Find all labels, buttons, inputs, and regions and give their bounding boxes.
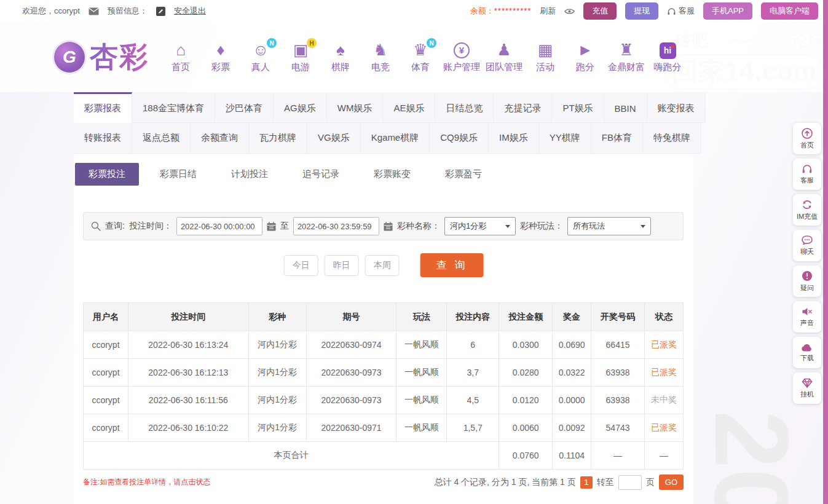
tab-ae[interactable]: AE娱乐 bbox=[383, 92, 435, 123]
nav-item-account[interactable]: ¥账户管理 bbox=[443, 41, 480, 73]
subtab-plan-bets[interactable]: 计划投注 bbox=[218, 163, 282, 186]
search-icon bbox=[91, 221, 101, 231]
recharge-button[interactable]: 充值 bbox=[583, 2, 617, 20]
tab-im[interactable]: IM娱乐 bbox=[489, 123, 539, 154]
team-icon: ♟ bbox=[497, 41, 511, 60]
nav-item-egame[interactable]: H▣电游 bbox=[283, 41, 318, 73]
nav-item-jinding[interactable]: ♜金鼎财富 bbox=[608, 41, 645, 73]
subtab-lottery-bets[interactable]: 彩票投注 bbox=[75, 163, 139, 186]
nav-item-sports[interactable]: N♛体育 bbox=[403, 41, 438, 73]
tab-pt[interactable]: PT娱乐 bbox=[552, 92, 604, 123]
tab-transfer-report[interactable]: 转账报表 bbox=[74, 123, 132, 154]
status-link[interactable]: 未中奖 bbox=[645, 387, 684, 414]
refresh-link[interactable]: 刷新 bbox=[540, 6, 556, 17]
table-row: ccorypt2022-06-30 16:12:13河内1分彩20220630-… bbox=[84, 359, 684, 387]
pagination: 总计 4 个记录, 分为 1 页, 当前第 1 页 1 转至 页 GO bbox=[435, 474, 684, 490]
service-link[interactable]: 客服 bbox=[667, 6, 695, 17]
tab-balance-changes[interactable]: 账变报表 bbox=[647, 92, 706, 123]
mobile-app-button[interactable]: 手机APP bbox=[703, 2, 752, 20]
subtab-lottery-pnl[interactable]: 彩票盈亏 bbox=[432, 163, 495, 186]
subtab-chase-records[interactable]: 追号记录 bbox=[289, 163, 353, 186]
note-text: 备注:如需查看投注单详情，请点击状态 bbox=[83, 477, 210, 487]
today-button[interactable]: 今日 bbox=[284, 255, 318, 276]
tab-wm[interactable]: WM娱乐 bbox=[327, 92, 384, 123]
calendar-icon[interactable] bbox=[384, 222, 393, 231]
tab-bbin[interactable]: BBIN bbox=[604, 92, 647, 123]
tab-balance-query[interactable]: 余额查询 bbox=[191, 123, 249, 154]
tab-ag[interactable]: AG娱乐 bbox=[274, 92, 327, 123]
time-from-input[interactable] bbox=[176, 217, 262, 235]
edge-strip bbox=[823, 0, 828, 504]
chat-bubble-icon bbox=[801, 235, 813, 246]
sidebar-chat[interactable]: 聊天 bbox=[793, 230, 821, 261]
to-label: 至 bbox=[280, 221, 289, 232]
tab-tetu-cards[interactable]: 特兔棋牌 bbox=[643, 123, 701, 154]
sidebar-hangup[interactable]: 挂机 bbox=[793, 372, 821, 404]
edit-message-icon[interactable] bbox=[156, 7, 165, 16]
pc-client-button[interactable]: 电脑客户端 bbox=[761, 2, 818, 20]
table-header-row: 用户名 投注时间 彩种 期号 玩法 投注内容 投注金额 奖金 开奖号码 状态 bbox=[84, 303, 684, 331]
sidebar-question[interactable]: 疑问 bbox=[793, 266, 821, 297]
report-tabs-row2: 转账报表 返点总额 余额查询 瓦力棋牌 VG娱乐 Kgame棋牌 CQ9娱乐 I… bbox=[74, 123, 693, 154]
go-button[interactable]: GO bbox=[659, 474, 684, 490]
sidebar-im-recharge[interactable]: IM充值 bbox=[793, 194, 821, 226]
nav-item-live[interactable]: N☺真人 bbox=[243, 41, 278, 73]
esports-icon: ♞ bbox=[373, 41, 387, 60]
refresh-circle-icon bbox=[801, 199, 813, 211]
this-week-button[interactable]: 本周 bbox=[365, 255, 400, 276]
tab-vg[interactable]: VG娱乐 bbox=[307, 123, 361, 154]
nav-item-paofen[interactable]: ►跑分 bbox=[568, 41, 602, 73]
tab-lottery-report[interactable]: 彩票报表 bbox=[74, 92, 132, 123]
sidebar-home[interactable]: 首页 bbox=[793, 123, 821, 154]
sidebar-sound[interactable]: 声音 bbox=[793, 301, 821, 333]
search-button[interactable]: 查 询 bbox=[420, 253, 484, 277]
query-label: 查询: bbox=[105, 221, 125, 232]
tab-fb-sports[interactable]: FB体育 bbox=[591, 123, 643, 154]
tab-kgame[interactable]: Kgame棋牌 bbox=[361, 123, 430, 154]
tab-yy-cards[interactable]: YY棋牌 bbox=[539, 123, 591, 154]
yen-coin-icon: ¥ bbox=[454, 42, 470, 58]
tab-deposit-records[interactable]: 充提记录 bbox=[494, 92, 552, 123]
status-link[interactable]: 已派奖 bbox=[645, 331, 684, 359]
nav-item-cards[interactable]: ♠棋牌 bbox=[323, 41, 358, 73]
subtab-lottery-daily[interactable]: 彩票日结 bbox=[146, 163, 210, 186]
logout-link[interactable]: 安全退出 bbox=[174, 6, 206, 17]
subtabs: 彩票投注 彩票日结 计划投注 追号记录 彩票账变 彩票盈亏 bbox=[75, 163, 495, 186]
sidebar-download[interactable]: 下载 bbox=[793, 337, 821, 368]
nav-item-esports[interactable]: ♞电竞 bbox=[363, 41, 398, 73]
page-unit-label: 页 bbox=[646, 477, 655, 488]
lottery-select[interactable]: 河内1分彩 bbox=[444, 217, 516, 235]
bottom-row: 备注:如需查看投注单详情，请点击状态 总计 4 个记录, 分为 1 页, 当前第… bbox=[83, 474, 684, 490]
tab-wali-cards[interactable]: 瓦力棋牌 bbox=[249, 123, 307, 154]
nav-item-activity[interactable]: ▦活动 bbox=[528, 41, 562, 73]
brand-name: 杏彩 bbox=[90, 38, 149, 76]
tab-cq9[interactable]: CQ9娱乐 bbox=[430, 123, 489, 154]
sidebar-service[interactable]: 客服 bbox=[793, 159, 821, 190]
mail-icon[interactable] bbox=[89, 7, 99, 15]
page-1-button[interactable]: 1 bbox=[580, 476, 593, 489]
nav-item-lottery[interactable]: ♦彩票 bbox=[203, 41, 238, 73]
subtab-lottery-changes[interactable]: 彩票账变 bbox=[360, 163, 424, 186]
withdraw-button[interactable]: 提现 bbox=[625, 2, 658, 20]
play-type-select[interactable]: 所有玩法 bbox=[567, 217, 651, 235]
total-label: 本页合计 bbox=[84, 442, 499, 470]
tab-188-sports[interactable]: 188金宝博体育 bbox=[132, 92, 215, 123]
floating-sidebar: 首页 客服 IM充值 聊天 疑问 声音 下载 挂机 bbox=[793, 123, 821, 404]
nav-item-team[interactable]: ♟团队管理 bbox=[486, 41, 522, 73]
tab-rebate-total[interactable]: 返点总额 bbox=[132, 123, 191, 154]
time-to-input[interactable] bbox=[293, 217, 379, 235]
status-link[interactable]: 已派奖 bbox=[645, 414, 684, 442]
calendar-icon[interactable] bbox=[267, 222, 276, 231]
nav-item-hipaofen[interactable]: hi嗨跑分 bbox=[650, 41, 685, 73]
yesterday-button[interactable]: 昨日 bbox=[325, 255, 359, 276]
goto-page-input[interactable] bbox=[618, 475, 642, 490]
topbar: 欢迎您，ccorypt 预留信息： 安全退出 余额：********** 刷新 … bbox=[0, 0, 828, 22]
nav-item-home[interactable]: ⌂首页 bbox=[164, 41, 198, 73]
tab-daily-summary[interactable]: 日结总览 bbox=[435, 92, 494, 123]
tab-saba-sports[interactable]: 沙巴体育 bbox=[215, 92, 274, 123]
status-link[interactable]: 已派奖 bbox=[645, 359, 684, 387]
lottery-name-label: 彩种名称： bbox=[397, 221, 440, 232]
brand-logo[interactable]: G 杏彩 bbox=[54, 38, 149, 76]
table-row: ccorypt2022-06-30 16:11:56河内1分彩20220630-… bbox=[84, 387, 684, 414]
eye-icon[interactable] bbox=[564, 8, 575, 15]
